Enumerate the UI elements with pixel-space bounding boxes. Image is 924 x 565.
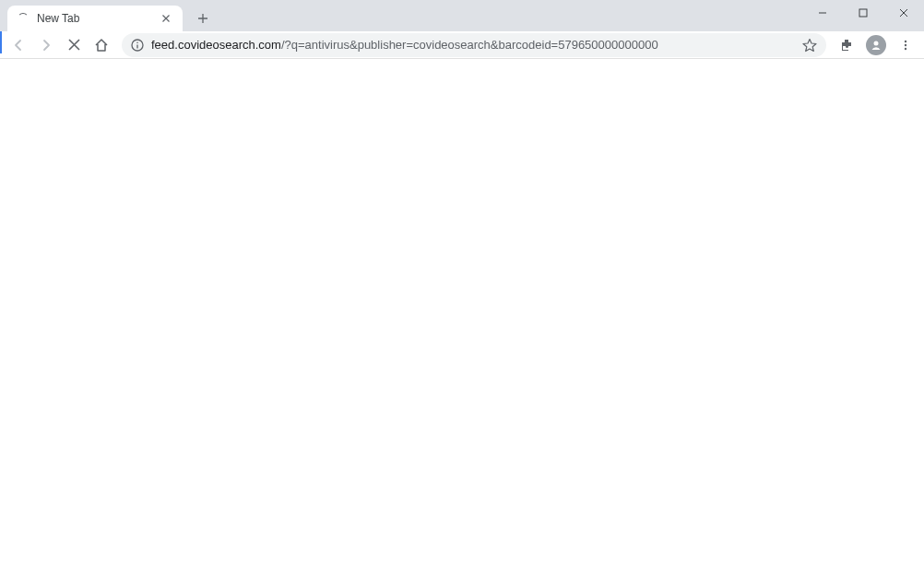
tab-strip: New Tab xyxy=(0,0,216,31)
profile-avatar-icon[interactable] xyxy=(863,32,889,58)
svg-point-4 xyxy=(905,40,906,41)
toolbar-right xyxy=(834,32,918,58)
svg-point-3 xyxy=(874,41,879,45)
close-tab-button[interactable] xyxy=(159,11,173,26)
loading-spinner-icon xyxy=(17,12,30,25)
address-bar[interactable]: feed.covideosearch.com/?q=antivirus&publ… xyxy=(122,33,826,57)
maximize-button[interactable] xyxy=(843,0,883,26)
bookmark-star-icon[interactable] xyxy=(802,38,817,53)
titlebar: New Tab xyxy=(0,0,924,31)
minimize-button[interactable] xyxy=(802,0,843,26)
extensions-icon[interactable] xyxy=(834,32,859,58)
home-button[interactable] xyxy=(89,32,114,58)
toolbar: feed.covideosearch.com/?q=antivirus&publ… xyxy=(0,31,924,59)
new-tab-button[interactable] xyxy=(190,6,216,31)
tab-active[interactable]: New Tab xyxy=(7,6,183,31)
back-button[interactable] xyxy=(6,32,31,58)
svg-rect-0 xyxy=(859,9,867,17)
tab-title: New Tab xyxy=(37,12,159,25)
close-window-button[interactable] xyxy=(883,0,924,26)
url-text: feed.covideosearch.com/?q=antivirus&publ… xyxy=(151,38,795,52)
page-content xyxy=(0,59,924,565)
window-controls xyxy=(802,0,924,26)
site-info-icon[interactable] xyxy=(131,39,144,52)
blue-edge-accent xyxy=(0,31,2,53)
forward-button[interactable] xyxy=(33,32,59,58)
url-path: /?q=antivirus&publisher=covideosearch&ba… xyxy=(281,38,658,52)
svg-point-2 xyxy=(136,41,138,43)
stop-reload-button[interactable] xyxy=(61,32,87,58)
svg-point-5 xyxy=(905,43,906,45)
menu-icon[interactable] xyxy=(893,32,918,58)
svg-point-6 xyxy=(905,47,906,49)
url-domain: feed.covideosearch.com xyxy=(151,38,281,52)
